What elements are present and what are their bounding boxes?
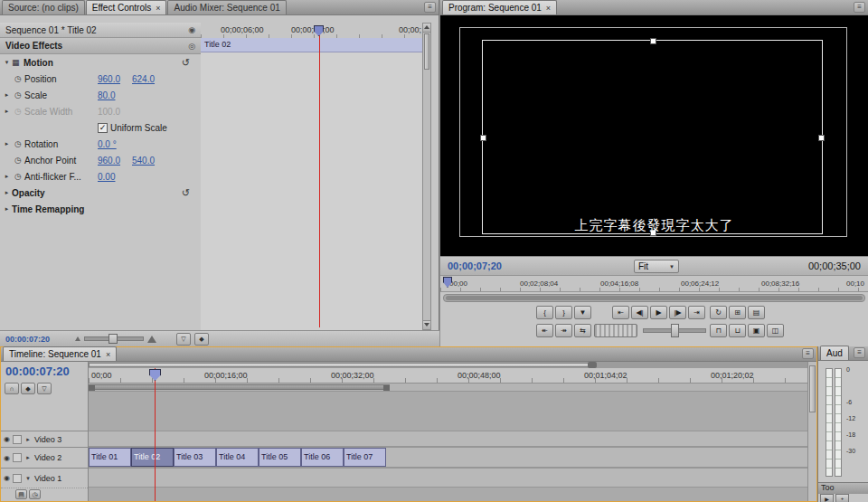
toggle-track-output-icon[interactable]: ◉ — [4, 435, 10, 443]
snap-toggle[interactable]: ∩ — [5, 383, 19, 394]
shuttle-thumb[interactable] — [671, 324, 679, 337]
work-area-start-handle[interactable] — [89, 385, 95, 391]
video-effects-header[interactable]: Video Effects ◎ — [0, 38, 201, 54]
scrollbar-thumb[interactable] — [809, 365, 816, 412]
toggle-track-output-icon[interactable]: ◉ — [4, 454, 10, 462]
panel-menu-icon[interactable]: ≡ — [854, 347, 865, 358]
tab-audio-mixer[interactable]: Audio Mixer: Sequence 01 — [167, 0, 286, 14]
twirl-closed-icon[interactable]: ▸ — [2, 173, 12, 180]
set-in-point-button[interactable]: { — [536, 306, 553, 319]
twirl-closed-icon[interactable]: ▸ — [24, 436, 32, 443]
twirl-open-icon[interactable]: ▾ — [24, 475, 32, 482]
tl-vertical-scrollbar[interactable] — [807, 362, 816, 501]
close-icon[interactable]: × — [156, 4, 160, 13]
reset-button[interactable]: ↺ — [182, 57, 190, 69]
selection-tool-button[interactable]: ▶ — [820, 494, 834, 502]
twirl-open-icon[interactable]: ▾ — [2, 59, 12, 66]
clip-title-05[interactable]: Title 05 — [259, 448, 301, 467]
tab-tools[interactable]: Too — [818, 482, 868, 494]
track-lane-video3[interactable] — [89, 431, 807, 447]
scroll-up-arrow[interactable] — [423, 24, 430, 33]
title-selection-box[interactable] — [482, 40, 823, 234]
safe-margins-button[interactable]: ⊞ — [729, 306, 746, 319]
stopwatch-icon[interactable]: ◷ — [12, 74, 24, 83]
track-lock-toggle[interactable] — [13, 453, 22, 462]
pm-time-ruler[interactable]: 00;00 00;02;08;04 00;04;16;08 00;06;24;1… — [440, 275, 868, 292]
work-area-bar[interactable] — [89, 384, 807, 392]
selection-handle-top[interactable] — [650, 38, 656, 44]
tl-track-area[interactable]: 00;00 00;00;16;00 00;00;32;00 00;00;48;0… — [89, 362, 807, 501]
tool-button[interactable]: + — [835, 494, 849, 502]
uniform-scale-checkbox[interactable]: ✓ — [98, 123, 108, 133]
trim-button[interactable]: ◫ — [767, 324, 784, 337]
track-lock-toggle[interactable] — [13, 474, 22, 483]
zoom-in-icon[interactable] — [147, 336, 156, 343]
pm-current-timecode[interactable]: 00;00;07;20 — [448, 260, 502, 271]
anti-flicker-value[interactable]: 0.00 — [98, 172, 115, 182]
toggle-timeline-view-button[interactable]: ◉ — [188, 25, 195, 34]
panel-menu-icon[interactable]: ≡ — [424, 2, 436, 13]
selection-handle-right[interactable] — [818, 135, 825, 141]
ec-keyframe-area[interactable]: Title 02 — [201, 38, 422, 330]
step-back-button[interactable]: ◀| — [631, 306, 648, 319]
ec-zoom-control[interactable] — [75, 336, 156, 343]
tab-source[interactable]: Source: (no clips) — [2, 0, 85, 14]
track-header-video3[interactable]: ◉ ▸ Video 3 — [1, 431, 88, 447]
twirl-closed-icon[interactable]: ▸ — [2, 140, 12, 147]
twirl-closed-icon[interactable]: ▸ — [2, 189, 12, 196]
title-overlay-text[interactable]: 上完字幕後發現字太大了 — [440, 217, 868, 234]
tab-audio-meters[interactable]: Aud — [820, 346, 849, 360]
clip-title-06[interactable]: Title 06 — [301, 448, 344, 467]
output-button[interactable]: ▤ — [748, 306, 765, 319]
shuttle-slider[interactable] — [643, 324, 706, 336]
ec-mini-timeline-ruler[interactable]: 00;00;06;00 00;00;08;00 00;00; — [201, 23, 422, 39]
lift-button[interactable]: ⊓ — [710, 324, 727, 337]
position-x-value[interactable]: 960.0 — [98, 74, 120, 84]
clip-title-01[interactable]: Title 01 — [89, 448, 131, 467]
effect-time-remapping-row[interactable]: ▸ Time Remapping — [0, 201, 201, 217]
tab-timeline[interactable]: Timeline: Sequence 01 × — [3, 346, 117, 361]
track-header-video2[interactable]: ◉ ▸ Video 2 — [1, 447, 88, 468]
work-area-end-handle[interactable] — [383, 385, 390, 391]
ec-clip-bar[interactable]: Title 02 — [201, 38, 422, 52]
work-area-segment[interactable] — [89, 384, 390, 390]
stopwatch-icon[interactable]: ◷ — [12, 156, 24, 165]
set-display-style-button[interactable]: ▤ — [15, 489, 27, 499]
close-icon[interactable]: × — [106, 350, 110, 359]
anchor-x-value[interactable]: 960.0 — [98, 156, 120, 166]
set-marker-button[interactable]: ▼ — [574, 306, 591, 319]
tl-current-timecode[interactable]: 00:00:07:20 — [5, 365, 70, 378]
fit-dropdown[interactable]: Fit ▼ — [634, 260, 679, 273]
rotation-value[interactable]: 0.0 ° — [98, 139, 117, 149]
jog-wheel[interactable] — [594, 324, 637, 337]
scale-value[interactable]: 80.0 — [98, 90, 115, 100]
twirl-closed-icon[interactable]: ▸ — [2, 91, 12, 99]
track-lane-video1[interactable] — [89, 468, 807, 488]
go-to-next-edit-button[interactable]: ↠ — [555, 324, 572, 337]
tl-viewing-area-bar[interactable] — [89, 362, 807, 368]
stopwatch-icon[interactable]: ◷ — [12, 139, 24, 148]
position-y-value[interactable]: 624.0 — [132, 74, 155, 84]
track-lane-video2[interactable]: Title 01 Title 02 Title 03 Title 04 Titl… — [89, 447, 807, 468]
tl-time-ruler[interactable]: 00;00 00;00;16;00 00;00;32;00 00;00;48;0… — [89, 368, 807, 384]
show-keyframes-button[interactable]: ◷ — [29, 489, 41, 499]
stopwatch-icon[interactable]: ◷ — [12, 90, 24, 99]
close-icon[interactable]: × — [546, 4, 551, 13]
ec-footer-button[interactable]: ◆ — [194, 333, 209, 346]
viewing-area-range[interactable] — [89, 363, 595, 367]
track-lock-toggle[interactable] — [13, 435, 22, 444]
tab-program[interactable]: Program: Sequence 01 × — [442, 0, 557, 14]
pm-horizontal-scrollbar[interactable] — [443, 294, 865, 302]
panel-menu-icon[interactable]: ≡ — [802, 348, 814, 359]
ec-vertical-scrollbar[interactable] — [422, 23, 431, 330]
collapse-section-icon[interactable]: ◎ — [188, 42, 195, 51]
panel-menu-icon[interactable]: ≡ — [854, 2, 865, 13]
scroll-down-arrow[interactable] — [423, 320, 430, 329]
export-frame-button[interactable]: ▣ — [748, 324, 765, 337]
set-unnumbered-marker-button[interactable]: ▽ — [37, 383, 52, 394]
effect-opacity-row[interactable]: ▸ Opacity ↺ — [0, 185, 201, 201]
clip-title-04[interactable]: Title 04 — [216, 448, 259, 467]
scrollbar-thumb[interactable] — [424, 33, 429, 70]
scrollbar-thumb[interactable] — [446, 296, 863, 300]
viewing-area-handle[interactable] — [588, 362, 597, 368]
